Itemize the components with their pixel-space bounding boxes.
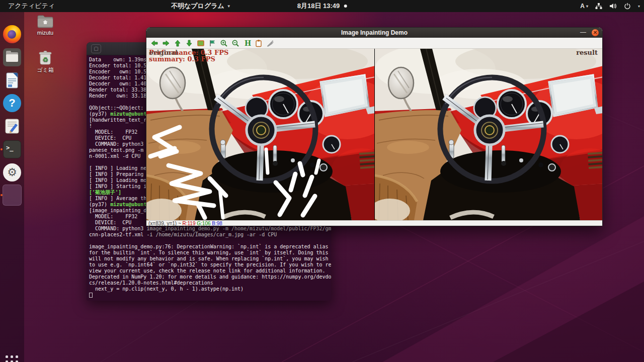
terminal-line: view your current use, check the release… [89,268,331,274]
clock-button[interactable]: 8月18日 13:49 [297,2,347,11]
terminal-tab-icon[interactable]: ▢ [91,44,101,53]
writer-document-icon [3,71,21,89]
dock-item-running-app[interactable] [3,185,22,206]
svg-text:H: H [245,39,251,47]
zoom-in-icon[interactable] [220,39,228,47]
chevron-down-icon: ▾ [586,4,588,9]
trash-icon: ♻ [38,50,52,65]
activities-button[interactable]: アクティビティ [8,2,55,11]
input-method-button[interactable]: A ▾ [580,3,588,10]
terminal-line: image_inpainting_demo.py:76: Deprecation… [89,244,331,250]
dock-item-help[interactable]: ? [3,94,21,112]
cursor-coordinates: (x=839, y=1) ~ [148,221,183,226]
terminal-line: next_y = np.clip(next_y, 0, h - 1).astyp… [89,286,331,292]
gear-icon: ⚙ [7,166,17,178]
desktop-icon-label: mizutu [31,30,59,36]
desktop-icon-home[interactable]: mizutu [31,14,59,36]
car-photo-inpainted [375,49,602,220]
terminal-line: Deprecated in NumPy 1.20; for more detai… [89,274,331,280]
demo-statusbar: (x=839, y=1) ~ R:119 G:106 B:98 [146,220,602,226]
dock-item-firefox[interactable] [3,25,21,43]
result-image-pane[interactable]: result [374,49,602,220]
close-button[interactable]: ✕ [592,29,599,36]
pan-left-icon[interactable] [150,39,158,47]
home-folder-icon [37,14,54,29]
pixel-blue-value: B:98 [212,221,222,226]
question-mark-icon: ? [9,97,15,109]
pixel-green-value: G:106 [197,221,210,226]
zoom-out-icon[interactable] [231,39,239,47]
desktop-icon-trash[interactable]: ♻ ゴミ箱 [31,50,59,74]
chevron-down-icon: ▾ [638,4,640,9]
desktop-icon-label: ゴミ箱 [31,66,59,74]
minimize-button[interactable]: — [579,28,587,37]
terminal-line: COMMAND: python3 image_inpainting_demo.p… [89,226,331,232]
terminal-line: cnn-places2-tf.xml -i /home/mizutu/Image… [89,232,331,238]
car-photo-with-mask [146,49,374,220]
input-method-label: A [580,3,585,10]
terminal-line [89,238,331,244]
pencil-document-icon [3,117,21,135]
app-menu-button[interactable]: 不明なプログラム ▼ [171,2,231,11]
pan-right-icon[interactable] [162,39,170,47]
demo-titlebar[interactable]: Image Inpainting Demo — ✕ [146,28,602,38]
draw-tool-icon[interactable] [266,39,274,47]
result-label-overlay: result [576,49,598,56]
top-bar: アクティビティ 不明なプログラム ▼ 8月18日 13:49 A ▾ ▾ [0,0,644,12]
inpainting-demo-window[interactable]: Image Inpainting Demo — ✕ H Performance:… [146,27,603,226]
system-status-area[interactable]: A ▾ ▾ [580,3,640,10]
notification-dot [344,5,347,8]
terminal-line: cs/release/1.20.0-notes.html#deprecation… [89,280,331,286]
terminal-line: to use e.g. `np.int64` or `np.int32` to … [89,262,331,268]
reset-view-icon[interactable]: H [243,39,251,47]
terminal-line [89,292,331,298]
terminal-line: will not modify any behavior and is safe… [89,256,331,262]
dock-item-terminal[interactable]: >_ [3,140,21,158]
save-image-icon[interactable] [197,39,205,47]
pan-up-icon[interactable] [174,39,182,47]
dock-item-settings[interactable]: ⚙ [3,163,21,182]
network-icon [595,3,602,10]
demo-canvas: Performance: 0.3 FPS original summary: 0… [146,49,602,220]
chevron-down-icon: ▼ [227,4,231,9]
pan-down-icon[interactable] [185,39,193,47]
window-title: Image Inpainting Demo [341,29,408,36]
clipboard-icon[interactable] [255,39,263,47]
terminal-line: for the builtin `int`. To silence this w… [89,250,331,256]
svg-text:♻: ♻ [42,56,48,63]
dock-item-text-editor[interactable] [3,117,21,135]
app-menu-label: 不明なプログラム [171,2,224,11]
dock-item-libreoffice-writer[interactable] [3,71,21,89]
show-applications-button[interactable] [6,355,18,362]
running-indicator [1,148,3,150]
summary-overlay: summary: 0.3 FPS [149,55,215,63]
power-icon [624,3,631,10]
properties-flag-icon[interactable] [208,39,216,47]
dock-item-files[interactable] [3,48,21,66]
terminal-prompt-icon: >_ [6,144,13,151]
clock-label: 8月18日 13:49 [297,2,340,11]
demo-toolbar: H [146,38,602,49]
pixel-red-value: R:119 [183,221,196,226]
original-image-pane[interactable]: Performance: 0.3 FPS original summary: 0… [146,49,374,220]
dock: ? >_ ⚙ [0,12,24,362]
volume-icon [609,3,617,10]
